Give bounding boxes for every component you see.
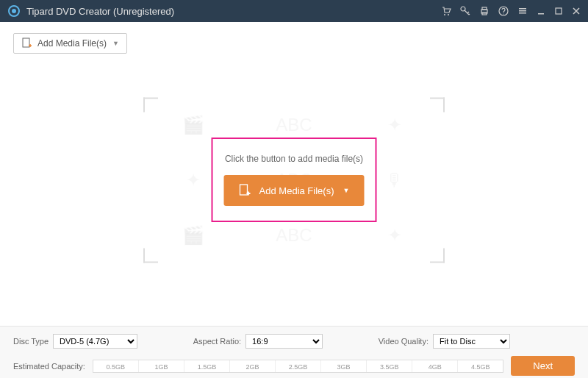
- aspect-ratio-label: Aspect Ratio:: [193, 337, 241, 346]
- window-title: Tipard DVD Creator (Unregistered): [26, 6, 441, 17]
- aspect-ratio-group: Aspect Ratio: 16:9: [193, 334, 323, 349]
- corner-marker: [430, 248, 445, 263]
- video-quality-select[interactable]: Fit to Disc: [433, 334, 510, 349]
- capacity-tick: 1GB: [139, 360, 184, 372]
- disc-type-label: Disc Type: [13, 337, 49, 346]
- capacity-tick: 3.5GB: [367, 360, 412, 372]
- capacity-tick: 0.5GB: [93, 360, 139, 372]
- aspect-ratio-select[interactable]: 16:9: [245, 334, 323, 349]
- footer: Disc Type DVD-5 (4.7G) Aspect Ratio: 16:…: [0, 326, 588, 378]
- footer-capacity-row: Estimated Capacity: 0.5GB 1GB 1.5GB 2GB …: [13, 356, 575, 376]
- video-quality-label: Video Quality:: [379, 337, 429, 346]
- add-file-icon: [239, 184, 252, 197]
- add-media-button-main[interactable]: Add Media File(s) ▼: [224, 175, 365, 206]
- minimize-icon[interactable]: [537, 7, 545, 15]
- dropzone-hint: Click the button to add media file(s): [225, 154, 363, 164]
- app-logo-icon: [7, 4, 21, 18]
- svg-point-3: [448, 14, 449, 15]
- window-controls: [441, 6, 581, 16]
- capacity-tick: 3GB: [321, 360, 367, 372]
- svg-point-1: [12, 9, 16, 13]
- svg-rect-13: [538, 13, 544, 15]
- print-icon[interactable]: [479, 6, 490, 16]
- svg-rect-15: [23, 38, 29, 47]
- next-button[interactable]: Next: [511, 356, 575, 376]
- svg-rect-12: [519, 13, 526, 14]
- dropzone: 🎬ABC✦ ✦ABC🎙 🎬ABC✦ Click the button to ad…: [143, 97, 445, 263]
- chevron-down-icon: ▼: [112, 40, 119, 47]
- svg-rect-14: [556, 8, 562, 14]
- capacity-bar: 0.5GB 1GB 1.5GB 2GB 2.5GB 3GB 3.5GB 4GB …: [93, 360, 503, 373]
- chevron-down-icon: ▼: [343, 187, 349, 194]
- main-area: Add Media File(s) ▼ 🎬ABC✦ ✦ABC🎙 🎬ABC✦ Cl…: [0, 22, 588, 326]
- svg-rect-10: [519, 8, 526, 10]
- capacity-tick: 1.5GB: [184, 360, 230, 372]
- cart-icon[interactable]: [441, 6, 451, 16]
- maximize-icon[interactable]: [554, 7, 563, 15]
- corner-marker: [143, 97, 158, 112]
- capacity-tick: 4GB: [412, 360, 458, 372]
- titlebar: Tipard DVD Creator (Unregistered): [0, 0, 588, 22]
- video-quality-group: Video Quality: Fit to Disc: [379, 334, 510, 349]
- add-media-button-top[interactable]: Add Media File(s) ▼: [13, 33, 127, 54]
- disc-type-select[interactable]: DVD-5 (4.7G): [53, 334, 137, 349]
- menu-icon[interactable]: [517, 6, 528, 16]
- disc-type-group: Disc Type DVD-5 (4.7G): [13, 334, 137, 349]
- svg-rect-16: [240, 185, 248, 195]
- add-file-icon: [21, 38, 33, 49]
- footer-options-row: Disc Type DVD-5 (4.7G) Aspect Ratio: 16:…: [13, 334, 575, 349]
- svg-point-2: [444, 14, 445, 15]
- corner-marker: [430, 97, 445, 112]
- highlight-box: Click the button to add media file(s) Ad…: [212, 138, 377, 222]
- close-icon[interactable]: [572, 7, 581, 15]
- capacity-tick: 2.5GB: [276, 360, 321, 372]
- svg-rect-11: [519, 10, 526, 12]
- capacity-tick: 2GB: [230, 360, 276, 372]
- capacity-tick: 4.5GB: [458, 360, 503, 372]
- add-media-label: Add Media File(s): [259, 185, 334, 196]
- corner-marker: [143, 248, 158, 263]
- svg-point-9: [503, 13, 503, 14]
- estimated-capacity-label: Estimated Capacity:: [13, 362, 85, 371]
- svg-rect-6: [482, 7, 487, 10]
- add-media-label: Add Media File(s): [37, 38, 107, 49]
- key-icon[interactable]: [460, 6, 470, 16]
- help-icon[interactable]: [498, 6, 509, 16]
